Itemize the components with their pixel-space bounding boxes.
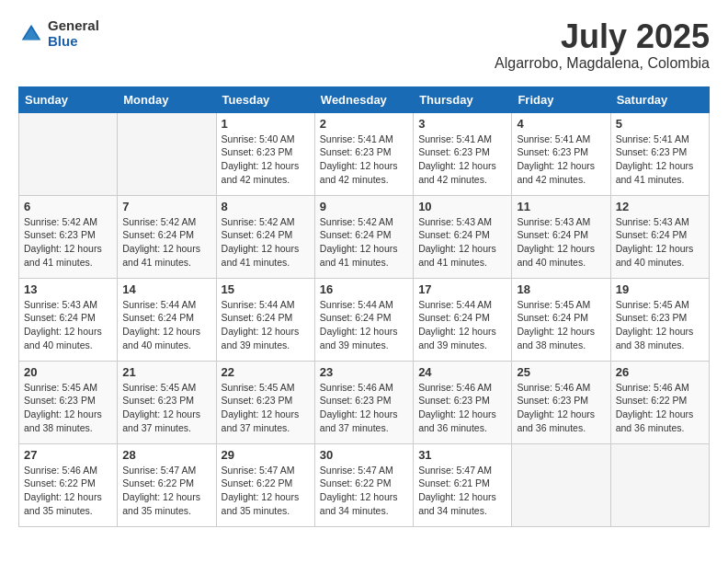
calendar-cell: 2Sunrise: 5:41 AM Sunset: 6:23 PM Daylig…: [314, 112, 413, 195]
logo-general-text: General: [48, 18, 99, 34]
calendar-cell: 14Sunrise: 5:44 AM Sunset: 6:24 PM Dayli…: [118, 278, 216, 361]
day-number: 17: [418, 282, 506, 296]
day-info: Sunrise: 5:44 AM Sunset: 6:24 PM Dayligh…: [222, 298, 310, 352]
day-info: Sunrise: 5:43 AM Sunset: 6:24 PM Dayligh…: [24, 298, 112, 352]
calendar-cell: 22Sunrise: 5:45 AM Sunset: 6:23 PM Dayli…: [216, 361, 314, 443]
weekday-header: Tuesday: [216, 86, 314, 112]
title-area: July 2025 Algarrobo, Magdalena, Colombia: [495, 18, 710, 72]
calendar-week-row: 27Sunrise: 5:46 AM Sunset: 6:22 PM Dayli…: [19, 443, 710, 526]
day-info: Sunrise: 5:45 AM Sunset: 6:23 PM Dayligh…: [122, 381, 210, 435]
day-number: 22: [222, 365, 310, 379]
calendar-cell: 20Sunrise: 5:45 AM Sunset: 6:23 PM Dayli…: [19, 361, 118, 443]
calendar-cell: 7Sunrise: 5:42 AM Sunset: 6:24 PM Daylig…: [118, 195, 216, 278]
calendar-cell: 21Sunrise: 5:45 AM Sunset: 6:23 PM Dayli…: [118, 361, 216, 443]
calendar-cell: 5Sunrise: 5:41 AM Sunset: 6:23 PM Daylig…: [610, 112, 709, 195]
day-info: Sunrise: 5:43 AM Sunset: 6:24 PM Dayligh…: [616, 215, 704, 270]
calendar-cell: 1Sunrise: 5:40 AM Sunset: 6:23 PM Daylig…: [216, 112, 314, 195]
day-number: 3: [418, 117, 506, 131]
calendar-cell: 23Sunrise: 5:46 AM Sunset: 6:23 PM Dayli…: [314, 361, 413, 443]
day-number: 23: [320, 365, 408, 379]
calendar-cell: 16Sunrise: 5:44 AM Sunset: 6:24 PM Dayli…: [314, 278, 413, 361]
day-number: 12: [616, 200, 704, 213]
month-year: July 2025: [495, 18, 710, 55]
calendar-cell: 12Sunrise: 5:43 AM Sunset: 6:24 PM Dayli…: [610, 195, 709, 278]
day-info: Sunrise: 5:41 AM Sunset: 6:23 PM Dayligh…: [517, 132, 605, 187]
weekday-header: Saturday: [610, 86, 709, 112]
weekday-header: Monday: [118, 86, 216, 112]
calendar-cell: 26Sunrise: 5:46 AM Sunset: 6:22 PM Dayli…: [610, 361, 709, 443]
day-number: 15: [222, 282, 310, 296]
day-info: Sunrise: 5:46 AM Sunset: 6:23 PM Dayligh…: [418, 381, 506, 435]
day-info: Sunrise: 5:47 AM Sunset: 6:22 PM Dayligh…: [222, 464, 310, 518]
day-number: 25: [517, 365, 605, 379]
day-number: 27: [24, 448, 112, 462]
logo: General Blue: [18, 18, 99, 49]
calendar-cell: [19, 112, 118, 195]
day-number: 31: [418, 448, 506, 462]
day-number: 26: [616, 365, 704, 379]
calendar-cell: 4Sunrise: 5:41 AM Sunset: 6:23 PM Daylig…: [512, 112, 610, 195]
day-info: Sunrise: 5:41 AM Sunset: 6:23 PM Dayligh…: [616, 132, 704, 187]
calendar-cell: 15Sunrise: 5:44 AM Sunset: 6:24 PM Dayli…: [216, 278, 314, 361]
day-info: Sunrise: 5:42 AM Sunset: 6:24 PM Dayligh…: [122, 215, 210, 270]
calendar-cell: 11Sunrise: 5:43 AM Sunset: 6:24 PM Dayli…: [512, 195, 610, 278]
calendar-cell: 30Sunrise: 5:47 AM Sunset: 6:22 PM Dayli…: [314, 443, 413, 526]
day-info: Sunrise: 5:45 AM Sunset: 6:23 PM Dayligh…: [616, 298, 704, 352]
weekday-header: Thursday: [414, 86, 512, 112]
day-info: Sunrise: 5:42 AM Sunset: 6:24 PM Dayligh…: [320, 215, 408, 270]
day-number: 16: [320, 282, 408, 296]
calendar-cell: 3Sunrise: 5:41 AM Sunset: 6:23 PM Daylig…: [414, 112, 512, 195]
logo-icon: [18, 21, 44, 47]
day-info: Sunrise: 5:43 AM Sunset: 6:24 PM Dayligh…: [517, 215, 605, 270]
calendar-cell: [512, 443, 610, 526]
day-info: Sunrise: 5:47 AM Sunset: 6:22 PM Dayligh…: [122, 464, 210, 518]
weekday-header: Friday: [512, 86, 610, 112]
calendar-cell: 8Sunrise: 5:42 AM Sunset: 6:24 PM Daylig…: [216, 195, 314, 278]
calendar-week-row: 20Sunrise: 5:45 AM Sunset: 6:23 PM Dayli…: [19, 361, 710, 443]
day-number: 13: [24, 282, 112, 296]
day-number: 24: [418, 365, 506, 379]
calendar-cell: [118, 112, 216, 195]
day-number: 6: [24, 200, 112, 213]
day-number: 9: [320, 200, 408, 213]
day-info: Sunrise: 5:46 AM Sunset: 6:22 PM Dayligh…: [24, 464, 112, 518]
day-info: Sunrise: 5:42 AM Sunset: 6:23 PM Dayligh…: [24, 215, 112, 270]
calendar-body: 1Sunrise: 5:40 AM Sunset: 6:23 PM Daylig…: [19, 112, 710, 526]
day-number: 11: [517, 200, 605, 213]
calendar-cell: 29Sunrise: 5:47 AM Sunset: 6:22 PM Dayli…: [216, 443, 314, 526]
day-number: 21: [122, 365, 210, 379]
calendar-week-row: 1Sunrise: 5:40 AM Sunset: 6:23 PM Daylig…: [19, 112, 710, 195]
day-info: Sunrise: 5:45 AM Sunset: 6:24 PM Dayligh…: [517, 298, 605, 352]
day-number: 1: [222, 117, 310, 131]
calendar-week-row: 6Sunrise: 5:42 AM Sunset: 6:23 PM Daylig…: [19, 195, 710, 278]
day-number: 4: [517, 117, 605, 131]
day-number: 7: [122, 200, 210, 213]
day-info: Sunrise: 5:46 AM Sunset: 6:23 PM Dayligh…: [517, 381, 605, 435]
day-info: Sunrise: 5:44 AM Sunset: 6:24 PM Dayligh…: [122, 298, 210, 352]
day-info: Sunrise: 5:44 AM Sunset: 6:24 PM Dayligh…: [418, 298, 506, 352]
day-number: 18: [517, 282, 605, 296]
calendar-cell: 18Sunrise: 5:45 AM Sunset: 6:24 PM Dayli…: [512, 278, 610, 361]
calendar-cell: 19Sunrise: 5:45 AM Sunset: 6:23 PM Dayli…: [610, 278, 709, 361]
calendar-week-row: 13Sunrise: 5:43 AM Sunset: 6:24 PM Dayli…: [19, 278, 710, 361]
calendar-table: SundayMondayTuesdayWednesdayThursdayFrid…: [18, 86, 710, 527]
day-info: Sunrise: 5:46 AM Sunset: 6:23 PM Dayligh…: [320, 381, 408, 435]
day-number: 5: [616, 117, 704, 131]
calendar-cell: 25Sunrise: 5:46 AM Sunset: 6:23 PM Dayli…: [512, 361, 610, 443]
day-number: 2: [320, 117, 408, 131]
day-number: 20: [24, 365, 112, 379]
day-number: 14: [122, 282, 210, 296]
calendar-cell: 27Sunrise: 5:46 AM Sunset: 6:22 PM Dayli…: [19, 443, 118, 526]
day-number: 8: [222, 200, 310, 213]
calendar-cell: 6Sunrise: 5:42 AM Sunset: 6:23 PM Daylig…: [19, 195, 118, 278]
day-info: Sunrise: 5:41 AM Sunset: 6:23 PM Dayligh…: [320, 132, 408, 187]
day-number: 29: [222, 448, 310, 462]
day-info: Sunrise: 5:44 AM Sunset: 6:24 PM Dayligh…: [320, 298, 408, 352]
location: Algarrobo, Magdalena, Colombia: [495, 55, 710, 72]
weekday-header: Sunday: [19, 86, 118, 112]
day-info: Sunrise: 5:45 AM Sunset: 6:23 PM Dayligh…: [24, 381, 112, 435]
calendar-cell: 17Sunrise: 5:44 AM Sunset: 6:24 PM Dayli…: [414, 278, 512, 361]
day-info: Sunrise: 5:43 AM Sunset: 6:24 PM Dayligh…: [418, 215, 506, 270]
calendar-cell: 28Sunrise: 5:47 AM Sunset: 6:22 PM Dayli…: [118, 443, 216, 526]
calendar-cell: 13Sunrise: 5:43 AM Sunset: 6:24 PM Dayli…: [19, 278, 118, 361]
